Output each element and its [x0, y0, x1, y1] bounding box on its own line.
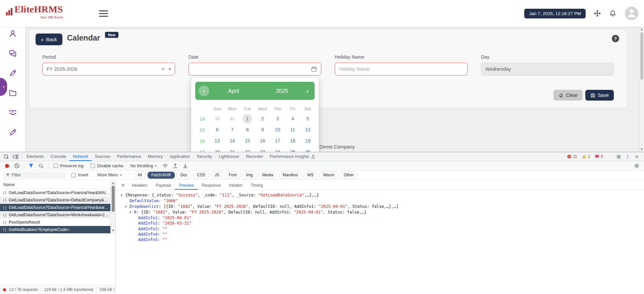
back-button[interactable]: « Back	[36, 34, 62, 45]
network-request-row[interactable]: {}GetLoadDataSource?DataSource=WorkArea&…	[0, 211, 111, 219]
preview-tree-line[interactable]: ▼{Response: {_status: "Success", _code: …	[118, 192, 644, 198]
devtools-tab-sources[interactable]: Sources	[92, 152, 114, 161]
scroll-up-icon[interactable]: ▲	[639, 28, 644, 31]
date-input[interactable]	[193, 66, 311, 72]
calendar-day[interactable]: 10	[270, 125, 285, 135]
calendar-day[interactable]: 24	[270, 147, 285, 152]
panel-tab-timing[interactable]: Timing	[247, 181, 267, 190]
filter-pill-font[interactable]: Font	[225, 172, 240, 179]
prev-month-button[interactable]: ‹	[199, 85, 209, 96]
export-har-icon[interactable]	[182, 163, 188, 169]
calendar-day[interactable]: 31	[225, 114, 240, 124]
scroll-up-icon[interactable]: ▲	[111, 182, 115, 185]
calendar-day[interactable]: 15	[240, 136, 255, 146]
save-button[interactable]: Save	[585, 90, 614, 101]
dropdown-caret-icon[interactable]: ▾	[169, 67, 171, 71]
calendar-day[interactable]: 9	[255, 125, 270, 135]
datepicker-month[interactable]: April	[209, 88, 258, 94]
network-request-row[interactable]: {}PostXpertsResult	[0, 219, 111, 226]
next-month-button[interactable]: ›	[306, 87, 309, 95]
filter-pill-media[interactable]: Media	[259, 172, 277, 179]
filter-pill-other[interactable]: Other	[340, 172, 358, 179]
filter-pill-ws[interactable]: WS	[304, 172, 317, 179]
clear-button[interactable]: Clear	[553, 90, 583, 101]
period-select[interactable]: FY 2025-2026 × ▾	[42, 63, 175, 75]
avatar[interactable]	[625, 6, 639, 20]
calendar-day[interactable]: 4	[285, 114, 300, 124]
scrollbar-thumb[interactable]	[640, 32, 643, 80]
calendar-day[interactable]: 26	[300, 147, 315, 152]
calendar-day[interactable]: 17	[270, 136, 285, 146]
invert-filter-checkbox[interactable]: Invert	[71, 173, 88, 177]
tree-expander-icon[interactable]: ▼	[129, 210, 134, 215]
calendar-day[interactable]: 23	[255, 147, 270, 152]
preview-tree-line[interactable]: ▼Dropdownlist: [{ID: "1682", Value: "FY …	[118, 204, 644, 210]
preview-tree-line[interactable]: ▼0: {ID: "1682", Value: "FY 2025-2026", …	[118, 210, 644, 215]
close-details-icon[interactable]: ✕	[121, 183, 125, 188]
devtools-tab-application[interactable]: Application	[166, 152, 193, 161]
devtools-tab-memory[interactable]: Memory	[144, 152, 166, 161]
preview-tree-line[interactable]: AddInfo4: ""	[118, 232, 644, 237]
calendar-day[interactable]: 1	[240, 114, 255, 124]
more-menu-icon[interactable]: ⋮	[625, 154, 631, 160]
panel-tab-initiator[interactable]: Initiator	[225, 181, 247, 190]
devtools-tab-elements[interactable]: Elements	[23, 152, 47, 161]
calendar-day[interactable]: 6	[210, 125, 225, 135]
preserve-log-checkbox[interactable]: Preserve log	[54, 164, 84, 168]
sidebar-item-pen-icon[interactable]	[9, 128, 17, 136]
throttling-select[interactable]: No throttling ▾	[130, 164, 157, 168]
preview-tree-line[interactable]: AddInfo1: "2025-04-01"	[118, 215, 644, 221]
network-settings-icon[interactable]	[634, 163, 640, 169]
console-warnings-badge[interactable]: 1	[582, 154, 590, 159]
network-request-row[interactable]: {}GetLoadDataSource?DataSource=DefaultCo…	[0, 196, 111, 204]
record-network-log-button[interactable]	[5, 164, 9, 168]
name-column-header[interactable]: Name	[0, 181, 115, 189]
filter-pill-doc[interactable]: Doc	[177, 172, 191, 179]
network-conditions-icon[interactable]	[162, 163, 168, 169]
disable-cache-checkbox[interactable]: Disable cache	[91, 164, 123, 168]
network-request-row[interactable]: {}GetLoadDataSource?DataSource=Financial…	[0, 189, 111, 196]
devtools-tab-recorder[interactable]: Recorder	[243, 152, 266, 161]
clear-network-log-icon[interactable]	[14, 163, 20, 169]
calendar-day[interactable]: 18	[285, 136, 300, 146]
filter-toggle-icon[interactable]	[28, 163, 34, 169]
devtools-tab-lighthouse[interactable]: Lighthouse	[215, 152, 243, 161]
calendar-day[interactable]: 3	[270, 114, 285, 124]
page-scrollbar[interactable]: ▲ ▼	[639, 27, 644, 152]
network-request-row[interactable]: {}GetLoadDataSource?DataSource=Financial…	[0, 204, 111, 211]
panel-tab-payload[interactable]: Payload	[152, 181, 175, 190]
close-devtools-icon[interactable]: ✕	[634, 154, 640, 160]
sidebar-item-handshake-icon[interactable]	[9, 109, 17, 117]
devtools-tab-network[interactable]: Network	[69, 152, 92, 161]
sidebar-item-user-icon[interactable]	[9, 30, 17, 38]
fullscreen-icon[interactable]	[594, 10, 601, 17]
filter-pill-wasm[interactable]: Wasm	[319, 172, 338, 179]
filter-pill-css[interactable]: CSS	[193, 172, 209, 179]
calendar-day[interactable]: 30	[210, 114, 225, 124]
request-list-scrollbar[interactable]: ▲ ▼	[110, 181, 115, 233]
inspect-element-icon[interactable]	[4, 154, 9, 160]
calendar-day[interactable]: 14	[225, 136, 240, 146]
menu-toggle-icon[interactable]	[99, 10, 108, 18]
preview-tree-line[interactable]: AddInfo2: "2026-03-31"	[118, 221, 644, 226]
calendar-day[interactable]: 25	[285, 147, 300, 152]
help-icon[interactable]: ?	[612, 35, 619, 42]
filter-text-input[interactable]	[12, 173, 63, 177]
filter-pill-manifest[interactable]: Manifest	[279, 172, 301, 179]
devtools-tab-security[interactable]: Security	[194, 152, 215, 161]
console-errors-badge[interactable]: 11	[567, 154, 577, 159]
search-network-icon[interactable]	[38, 163, 44, 169]
calendar-day[interactable]: 11	[285, 125, 300, 135]
filter-pill-all[interactable]: All	[134, 172, 146, 179]
calendar-day[interactable]: 22	[240, 147, 255, 152]
filter-pill-js[interactable]: JS	[211, 172, 223, 179]
brand-logo[interactable]: EliteHRMS Your HR Needs	[6, 5, 63, 19]
sidebar-item-folder-icon[interactable]	[9, 89, 17, 97]
scroll-down-icon[interactable]: ▼	[111, 229, 115, 232]
tree-expander-icon[interactable]: ▼	[121, 193, 125, 198]
devtools-tab-performance-insights[interactable]: Performance insights	[266, 152, 318, 161]
calendar-day[interactable]: 12	[300, 125, 315, 135]
scroll-down-icon[interactable]: ▼	[639, 148, 644, 151]
device-toolbar-icon[interactable]	[13, 154, 18, 160]
datepicker-year[interactable]: 2025	[258, 88, 307, 94]
